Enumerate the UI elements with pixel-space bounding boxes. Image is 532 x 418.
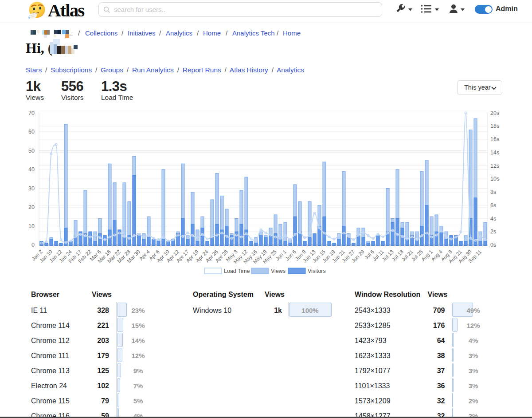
svg-text:0: 0 <box>31 242 35 248</box>
svg-text:12s: 12s <box>490 163 499 169</box>
svg-text:8s: 8s <box>490 189 496 195</box>
svg-text:16s: 16s <box>490 136 499 142</box>
svg-text:Views: Views <box>271 268 286 274</box>
svg-text:60: 60 <box>28 129 35 135</box>
svg-text:Load Time: Load Time <box>224 268 250 274</box>
svg-text:0s: 0s <box>490 242 496 248</box>
svg-text:70: 70 <box>28 110 35 116</box>
svg-text:Jun 1: Jun 1 <box>275 249 287 261</box>
svg-text:18s: 18s <box>490 123 499 129</box>
svg-text:Apr 4: Apr 4 <box>138 249 151 261</box>
svg-text:2s: 2s <box>490 229 496 235</box>
svg-text:Jun 6: Jun 6 <box>285 249 297 261</box>
svg-text:30: 30 <box>28 185 35 192</box>
svg-text:10s: 10s <box>490 176 499 182</box>
svg-text:10: 10 <box>28 223 35 229</box>
svg-text:20s: 20s <box>490 110 499 116</box>
svg-text:4s: 4s <box>490 216 496 222</box>
svg-text:20: 20 <box>28 204 35 210</box>
svg-text:Visitors: Visitors <box>308 268 326 274</box>
svg-text:6s: 6s <box>490 202 496 209</box>
svg-text:40: 40 <box>28 166 35 173</box>
svg-text:50: 50 <box>28 148 35 154</box>
svg-text:14s: 14s <box>490 150 499 156</box>
